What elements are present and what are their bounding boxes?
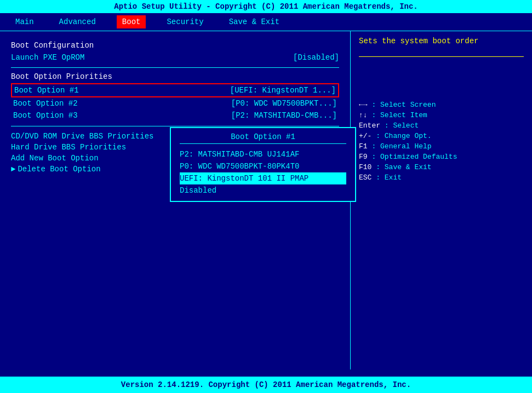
link-cddvd-label: CD/DVD ROM Drive BBS Priorities <box>11 132 153 141</box>
menu-item-boot[interactable]: Boot <box>117 15 146 28</box>
arrow-icon: ► <box>11 165 15 174</box>
key-f10-desc: : Save & Exit <box>376 163 431 171</box>
link-delete-boot-label: Delete Boot Option <box>18 165 100 174</box>
divider2 <box>11 126 339 126</box>
key-enter-key: Enter <box>359 122 380 130</box>
menu-item-advanced[interactable]: Advanced <box>55 16 100 27</box>
boot-option-3-label: Boot Option #3 <box>13 111 78 120</box>
boot-option-2-row[interactable]: Boot Option #2 [P0: WDC WD7500BPKT...] <box>11 97 339 109</box>
key-0-desc: : Select Screen <box>371 101 436 109</box>
launch-pxe-row: Launch PXE OpROM [Disabled] <box>11 52 339 63</box>
key-hint-esc: ESC : Exit <box>359 174 524 182</box>
key-0-key: ←→ <box>359 101 368 109</box>
bottom-text: Version 2.14.1219. Copyright (C) 2011 Am… <box>121 380 411 389</box>
link-harddrive-label: Hard Drive BBS Priorities <box>11 143 126 152</box>
boot-option-2-label: Boot Option #2 <box>13 99 78 108</box>
right-panel: Sets the system boot order ←→ : Select S… <box>351 31 532 369</box>
key-esc-key: ESC <box>359 174 371 182</box>
key-1-key: ↑↓ <box>359 111 368 119</box>
main-container: Boot Configuration Launch PXE OpROM [Dis… <box>0 31 532 369</box>
dropdown-popup: Boot Option #1 P2: MATSHITABD-CMB UJ141A… <box>170 127 356 202</box>
section2-title: Boot Option Priorities <box>11 72 339 81</box>
key-hint-f9: F9 : Optimized Defaults <box>359 153 524 161</box>
help-text: Sets the system boot order <box>359 37 524 45</box>
title-text: Aptio Setup Utility - Copyright (C) 2011… <box>114 2 418 11</box>
key-f1-key: F1 <box>359 142 368 151</box>
key-f9-desc: : Optimized Defaults <box>371 153 457 161</box>
section1-title: Boot Configuration <box>11 41 339 50</box>
boot-option-2-value: [P0: WDC WD7500BPKT...] <box>231 99 337 108</box>
key-enter-desc: : Select <box>385 122 419 130</box>
boot-option-3-value: [P2: MATSHITABD-CMB...] <box>231 111 337 120</box>
left-panel: Boot Configuration Launch PXE OpROM [Dis… <box>0 31 351 369</box>
key-f10-key: F10 <box>359 163 371 171</box>
key-f1-desc: : General Help <box>371 142 431 151</box>
key-hint-enter: Enter : Select <box>359 122 524 130</box>
launch-pxe-label: Launch PXE OpROM <box>11 53 84 62</box>
key-1-desc: : Select Item <box>371 111 427 119</box>
bottom-bar: Version 2.14.1219. Copyright (C) 2011 Am… <box>0 377 532 393</box>
key-hint-f10: F10 : Save & Exit <box>359 163 524 171</box>
title-bar: Aptio Setup Utility - Copyright (C) 2011… <box>0 0 532 13</box>
boot-option-1-row[interactable]: Boot Option #1 [UEFI: KingstonDT 1...] <box>11 83 339 97</box>
boot-option-1-value: [UEFI: KingstonDT 1...] <box>230 86 336 95</box>
key-hint-2: +/- : Change Opt. <box>359 132 524 140</box>
link-add-boot-label: Add New Boot Option <box>11 154 99 163</box>
menu-item-security[interactable]: Security <box>162 16 208 27</box>
menu-bar: Main Advanced Boot Security Save & Exit <box>0 13 532 31</box>
menu-item-main[interactable]: Main <box>11 16 38 27</box>
dropdown-title: Boot Option #1 <box>180 132 346 144</box>
boot-option-3-row[interactable]: Boot Option #3 [P2: MATSHITABD-CMB...] <box>11 109 339 122</box>
key-hint-0: ←→ : Select Screen <box>359 101 524 109</box>
dropdown-item-1[interactable]: P0: WDC WD7500BPKT-80PK4T0 <box>180 160 346 172</box>
divider3 <box>359 56 524 57</box>
dropdown-item-2[interactable]: UEFI: KingstonDT 101 II PMAP <box>180 172 346 184</box>
menu-item-save-exit[interactable]: Save & Exit <box>225 16 284 27</box>
key-hint-1: ↑↓ : Select Item <box>359 111 524 119</box>
boot-option-1-label: Boot Option #1 <box>14 86 79 95</box>
launch-pxe-value[interactable]: [Disabled] <box>293 53 339 62</box>
key-f9-key: F9 <box>359 153 368 161</box>
dropdown-item-0[interactable]: P2: MATSHITABD-CMB UJ141AF <box>180 148 346 160</box>
dropdown-item-3[interactable]: Disabled <box>180 184 346 196</box>
key-esc-desc: : Exit <box>376 174 402 182</box>
key-hint-f1: F1 : General Help <box>359 142 524 151</box>
key-2-key: +/- <box>359 132 371 140</box>
key-2-desc: : Change Opt. <box>376 132 431 140</box>
divider1 <box>11 67 339 68</box>
